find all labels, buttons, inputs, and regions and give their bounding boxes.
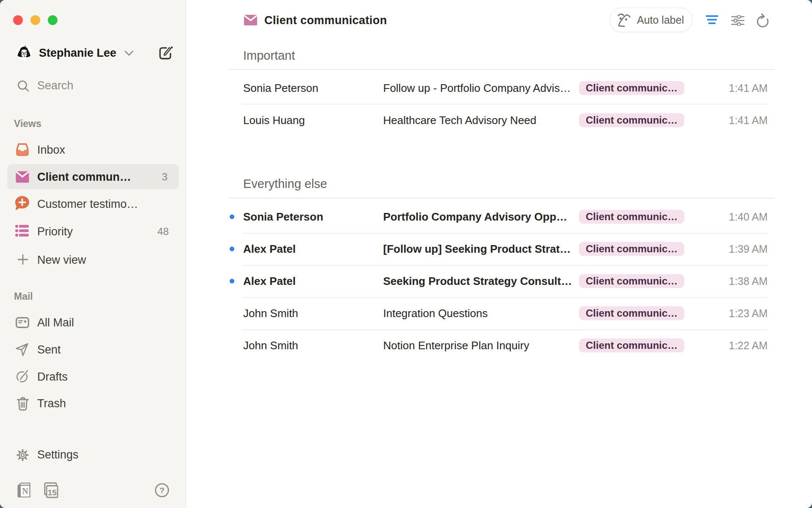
svg-text:15: 15	[48, 488, 57, 497]
svg-text:N: N	[22, 486, 28, 496]
svg-text:?: ?	[159, 486, 165, 495]
